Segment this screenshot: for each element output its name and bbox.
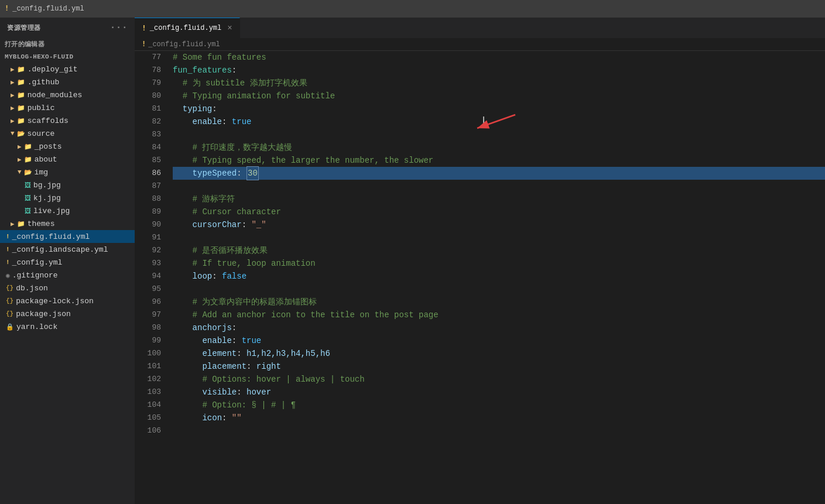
code-line-84: # 打印速度，数字越大越慢 [173, 141, 825, 154]
json-icon: {} [6, 310, 13, 317]
line-num-84: 84 [135, 141, 161, 154]
tab-bar: ! _config.fluid.yml × [135, 18, 825, 38]
code-token: # Some fun features [173, 51, 266, 64]
code-token: # 为 subtitle 添加打字机效果 [173, 77, 307, 90]
arrow-icon: ▶ [11, 104, 15, 112]
code-token: # Typing speed, the larger the number, t… [173, 154, 433, 167]
code-line-85: # Typing speed, the larger the number, t… [173, 154, 825, 167]
line-num-99: 99 [135, 334, 161, 347]
file-icon: 🖼 [25, 194, 31, 202]
sidebar-item-about[interactable]: ▶ 📁 about [0, 153, 135, 166]
code-token: # If true, loop animation [173, 257, 316, 270]
arrow-icon: ▶ [18, 143, 22, 150]
code-token: # Cursor character [173, 205, 281, 218]
code-line-79: # 为 subtitle 添加打字机效果 [173, 77, 825, 90]
code-token: : [237, 347, 247, 360]
code-token: element [202, 347, 237, 360]
sidebar-item-img[interactable]: ▼ 📂 img [0, 166, 135, 179]
code-token: fun_features [173, 64, 232, 77]
sidebar-item-scaffolds[interactable]: ▶ 📁 scaffolds [0, 114, 135, 127]
code-line-97: # Add an anchor icon to the title on the… [173, 308, 825, 321]
line-num-89: 89 [135, 205, 161, 218]
code-token [173, 218, 193, 231]
line-num-94: 94 [135, 270, 161, 283]
sidebar-item-themes[interactable]: ▶ 📁 themes [0, 217, 135, 230]
arrow-icon: ▶ [11, 220, 15, 228]
sidebar-item-config-yml[interactable]: ! _config.yml [0, 256, 135, 269]
sidebar-item-gitignore[interactable]: ◉ .gitignore [0, 269, 135, 282]
folder-icon: 📁 [24, 156, 32, 163]
main-layout: 资源管理器 ··· 打开的编辑器 MYBLOG-HEXO-FLUID ▶ 📁 .… [0, 18, 825, 504]
code-line-95 [173, 283, 825, 296]
sidebar-item-source[interactable]: ▼ 📂 source [0, 127, 135, 140]
line-num-102: 102 [135, 373, 161, 386]
title-bar-icon: ! [5, 5, 9, 13]
sidebar-item-public[interactable]: ▶ 📁 public [0, 101, 135, 114]
sidebar-item-bg-jpg[interactable]: 🖼 bg.jpg [0, 179, 135, 191]
code-lines: # Some fun features fun_features: # 为 su… [167, 51, 825, 504]
code-token [173, 360, 202, 373]
code-token [173, 347, 202, 360]
code-token: loop [193, 270, 213, 283]
tab-file-icon: ! [142, 24, 146, 33]
code-token: right [256, 360, 281, 373]
code-token: placement [202, 360, 247, 373]
tab-config-fluid[interactable]: ! _config.fluid.yml × [135, 18, 240, 38]
sidebar-item-label: db.json [16, 284, 48, 293]
sidebar-item-package-json[interactable]: {} package.json [0, 307, 135, 320]
sidebar-item-label: .deploy_git [28, 65, 78, 74]
sidebar-item-label: about [35, 155, 57, 164]
sidebar-item-yarn-lock[interactable]: 🔒 yarn.lock [0, 320, 135, 333]
line-num-92: 92 [135, 244, 161, 257]
code-token: hover [247, 386, 271, 399]
sidebar-item-label: scaffolds [28, 116, 69, 125]
sidebar-item-node-modules[interactable]: ▶ 📁 node_modules [0, 88, 135, 101]
code-line-104: # Option: § | # | ¶ [173, 399, 825, 412]
code-token: : [247, 360, 256, 373]
json-icon: {} [6, 297, 13, 304]
sidebar-item-posts[interactable]: ▶ 📁 _posts [0, 140, 135, 153]
code-token: enable [193, 115, 222, 128]
folder-icon: 📁 [17, 66, 25, 73]
code-token: typeSpeed [193, 167, 237, 180]
line-num-100: 100 [135, 347, 161, 360]
line-num-78: 78 [135, 64, 161, 77]
line-num-91: 91 [135, 231, 161, 244]
sidebar-item-label: _posts [35, 142, 62, 151]
sidebar-item-kj-jpg[interactable]: 🖼 kj.jpg [0, 191, 135, 204]
tab-close-button[interactable]: × [227, 23, 232, 33]
sidebar-item-github[interactable]: ▶ 📁 .github [0, 76, 135, 88]
sidebar-item-deploy-git[interactable]: ▶ 📁 .deploy_git [0, 63, 135, 76]
code-token [173, 321, 193, 334]
sidebar-item-label: public [28, 104, 55, 112]
sidebar-item-live-jpg[interactable]: 🖼 live.jpg [0, 204, 135, 217]
code-line-93: # If true, loop animation [173, 257, 825, 270]
sidebar-item-db-json[interactable]: {} db.json [0, 282, 135, 294]
arrow-icon: ▶ [18, 156, 22, 163]
breadcrumb-text: _config.fluid.yml [148, 40, 220, 49]
code-line-88: # 游标字符 [173, 193, 825, 205]
tab-label: _config.fluid.yml [150, 24, 221, 32]
sidebar-item-config-landscape[interactable]: ! _config.landscape.yml [0, 243, 135, 256]
code-editor[interactable]: 77 78 79 80 81 82 83 84 85 86 87 88 89 9… [135, 51, 825, 504]
arrow-open-icon: ▼ [11, 130, 15, 137]
code-token [173, 334, 202, 347]
sidebar-item-package-lock[interactable]: {} package-lock.json [0, 294, 135, 307]
code-token: : [222, 412, 232, 424]
folder-open-icon: 📂 [17, 130, 25, 138]
code-token: "" [232, 412, 242, 424]
code-line-89: # Cursor character [173, 205, 825, 218]
file-icon: 🖼 [25, 207, 31, 215]
code-line-98: anchorjs: [173, 321, 825, 334]
sidebar-options-button[interactable]: ··· [110, 22, 128, 33]
sidebar-item-label: source [28, 129, 55, 138]
code-token: # 打印速度，数字越大越慢 [173, 141, 292, 154]
sidebar-item-config-fluid[interactable]: ! _config.fluid.yml [0, 230, 135, 243]
line-num-104: 104 [135, 399, 161, 412]
title-bar-text: _config.fluid.yml [12, 5, 84, 13]
code-token: true [242, 334, 262, 347]
sidebar-item-label: .gitignore [12, 271, 58, 280]
arrow-icon: ▶ [11, 66, 15, 73]
code-token [173, 270, 193, 283]
sidebar-item-label: live.jpg [33, 207, 70, 215]
